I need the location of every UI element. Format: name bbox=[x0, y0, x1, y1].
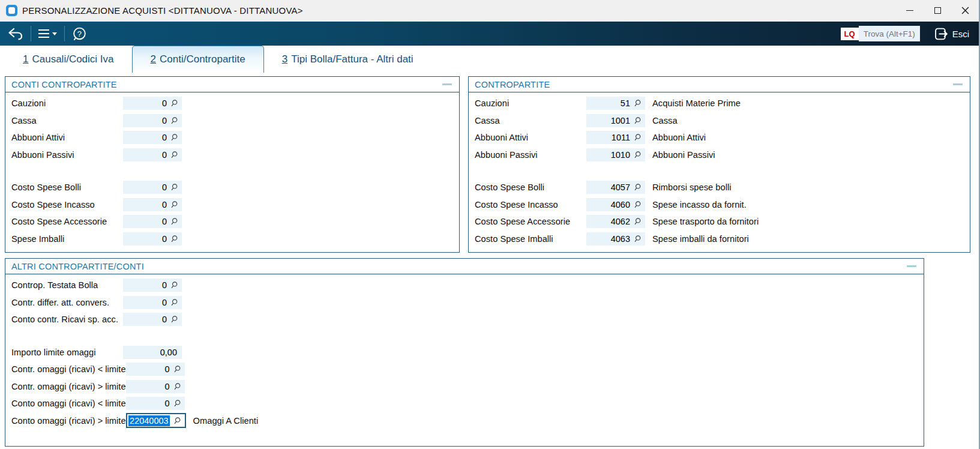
field-input[interactable]: 22040003 bbox=[126, 413, 186, 428]
field-input[interactable]: 0 bbox=[123, 313, 182, 326]
field-input[interactable]: 51 bbox=[586, 97, 645, 110]
search-lens-icon[interactable] bbox=[634, 183, 642, 191]
maximize-button[interactable] bbox=[924, 0, 951, 21]
field-label: Costo Spese Accessorie bbox=[469, 217, 586, 226]
exit-button[interactable]: Esci bbox=[926, 22, 979, 46]
search-lens-icon[interactable] bbox=[170, 151, 179, 159]
search-lens-icon[interactable] bbox=[170, 217, 179, 226]
svg-text:?: ? bbox=[77, 29, 82, 38]
field-input[interactable]: 0 bbox=[126, 397, 185, 410]
field-input[interactable]: 1011 bbox=[586, 131, 645, 144]
search-lens-icon[interactable] bbox=[170, 281, 179, 289]
field-label: Conto contr. Ricavi sp. acc. bbox=[5, 315, 123, 324]
field-label: Costo Spese Incasso bbox=[5, 200, 123, 209]
search-lens-icon[interactable] bbox=[634, 151, 642, 159]
field-input[interactable]: 0 bbox=[123, 114, 182, 127]
collapse-panel-icon[interactable] bbox=[953, 83, 963, 85]
field-value: 51 bbox=[621, 98, 630, 108]
panel-conti-contropartite: CONTI CONTROPARTITE Cauzioni0Cassa0Abbuo… bbox=[5, 76, 460, 253]
search-lens-icon[interactable] bbox=[634, 133, 642, 142]
field-row: Cassa1001Cassa bbox=[469, 112, 970, 130]
field-input[interactable]: 0,00 bbox=[123, 346, 182, 359]
field-value: 0 bbox=[162, 182, 167, 192]
lq-badge: LQ bbox=[841, 28, 859, 40]
help-button[interactable]: ? bbox=[65, 24, 94, 43]
collapse-panel-icon[interactable] bbox=[907, 265, 916, 267]
field-input[interactable]: 0 bbox=[123, 97, 182, 110]
minimize-button[interactable] bbox=[896, 0, 924, 21]
field-description: Abbuoni Passivi bbox=[652, 150, 715, 160]
tab-tipi-bolla-fattura-altri-dati[interactable]: 3Tipi Bolla/Fattura - Altri dati bbox=[264, 46, 431, 73]
toolbar-right-group: LQ Esci bbox=[841, 22, 979, 46]
title-bar: PERSONALIZZAZIONE ACQUISTI <DITTANUOVA -… bbox=[0, 0, 979, 22]
field-value: 0 bbox=[162, 234, 167, 244]
search-lens-icon[interactable] bbox=[634, 200, 642, 209]
field-row: Controp. Testata Bolla0 bbox=[5, 277, 924, 294]
search-lens-icon[interactable] bbox=[170, 116, 179, 125]
field-input[interactable]: 0 bbox=[123, 279, 182, 292]
search-input[interactable] bbox=[859, 26, 920, 41]
field-description: Omaggi A Clienti bbox=[193, 416, 259, 426]
field-section: Cauzioni0Cassa0Abbuoni Attivi0Abbuoni Pa… bbox=[5, 95, 459, 163]
field-input[interactable]: 0 bbox=[123, 131, 182, 144]
search-lens-icon[interactable] bbox=[170, 298, 179, 307]
field-input[interactable]: 0 bbox=[123, 198, 182, 211]
search-lens-icon[interactable] bbox=[634, 99, 642, 107]
field-input[interactable]: 0 bbox=[123, 296, 182, 309]
search-lens-icon[interactable] bbox=[634, 235, 642, 243]
search-lens-icon[interactable] bbox=[173, 382, 182, 391]
panel-header: CONTROPARTITE bbox=[469, 77, 970, 92]
field-input[interactable]: 0 bbox=[123, 181, 182, 194]
field-row: Spese Imballi0 bbox=[5, 231, 459, 248]
search-lens-icon[interactable] bbox=[173, 399, 182, 408]
search-lens-icon[interactable] bbox=[170, 183, 179, 191]
field-input[interactable]: 0 bbox=[123, 148, 182, 161]
panel-header: CONTI CONTROPARTITE bbox=[5, 77, 459, 92]
search-lens-icon[interactable] bbox=[170, 315, 179, 324]
search-lens-icon[interactable] bbox=[634, 217, 642, 226]
field-input[interactable]: 4060 bbox=[586, 198, 645, 211]
search-lens-icon[interactable] bbox=[634, 116, 642, 125]
tab-conti-contropartite[interactable]: 2Conti/Contropartite bbox=[132, 46, 264, 73]
main-menu-button[interactable] bbox=[31, 24, 64, 43]
back-button[interactable] bbox=[0, 24, 31, 43]
field-label: Abbuoni Passivi bbox=[469, 150, 586, 160]
tab-causali-codici-iva[interactable]: 1Causali/Codici Iva bbox=[5, 46, 132, 73]
field-input[interactable]: 4057 bbox=[586, 181, 645, 194]
search-lens-icon[interactable] bbox=[170, 99, 179, 107]
close-button[interactable] bbox=[951, 0, 979, 21]
field-row: Costo Spese Bolli0 bbox=[5, 179, 459, 196]
search-lens-icon[interactable] bbox=[173, 417, 182, 425]
field-row: Costo Spese Imballi4063Spese imballi da … bbox=[469, 231, 970, 248]
collapse-panel-icon[interactable] bbox=[442, 83, 452, 85]
search-lens-icon[interactable] bbox=[173, 365, 182, 373]
field-input[interactable]: 1010 bbox=[586, 148, 645, 161]
window-controls bbox=[896, 0, 979, 21]
field-description: Spese trasporto da fornitori bbox=[652, 217, 759, 226]
field-input[interactable]: 0 bbox=[123, 232, 182, 246]
field-value: 0 bbox=[165, 382, 170, 391]
field-input[interactable]: 4062 bbox=[586, 215, 645, 228]
field-row: Contr. differ. att. convers.0 bbox=[5, 294, 924, 312]
hamburger-menu-icon bbox=[38, 29, 49, 38]
field-value: 0 bbox=[165, 364, 170, 374]
field-description: Abbuoni Attivi bbox=[652, 133, 706, 142]
search-lens-icon[interactable] bbox=[170, 200, 179, 209]
search-lens-icon[interactable] bbox=[170, 235, 179, 243]
field-section: Controp. Testata Bolla0Contr. differ. at… bbox=[5, 277, 924, 328]
field-input[interactable]: 4063 bbox=[586, 232, 645, 246]
field-input[interactable]: 0 bbox=[126, 363, 185, 376]
exit-label: Esci bbox=[952, 29, 969, 39]
search-lens-icon[interactable] bbox=[170, 133, 179, 142]
panel-title: ALTRI CONTROPARTITE/CONTI bbox=[5, 262, 144, 271]
panel-title: CONTI CONTROPARTITE bbox=[5, 80, 117, 89]
field-row: Contr. omaggi (ricavi) < limite0 bbox=[5, 361, 924, 378]
field-input[interactable]: 0 bbox=[123, 215, 182, 228]
field-input[interactable]: 0 bbox=[126, 380, 185, 393]
panel-header: ALTRI CONTROPARTITE/CONTI bbox=[5, 259, 924, 274]
field-input[interactable]: 1001 bbox=[586, 114, 645, 127]
field-label: Abbuoni Attivi bbox=[5, 133, 123, 142]
field-section: Cauzioni51Acquisti Materie PrimeCassa100… bbox=[469, 95, 970, 163]
field-row: Cauzioni0 bbox=[5, 95, 459, 112]
field-description: Spese imballi da fornitori bbox=[652, 234, 749, 244]
